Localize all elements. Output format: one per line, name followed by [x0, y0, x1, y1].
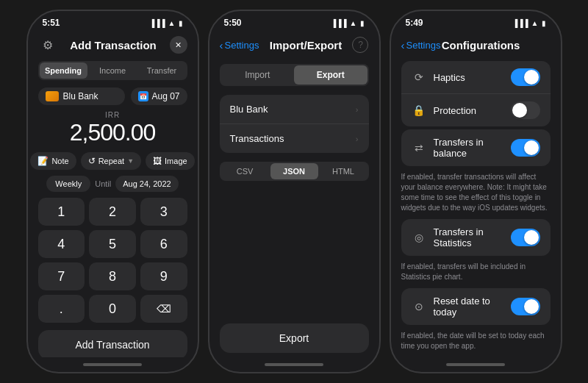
transfers-stats-item: ◎ Transfers in Statistics	[401, 219, 551, 256]
add-transaction-content: Spending Income Transfer Blu Bank 📅 Aug …	[28, 58, 198, 357]
export-tab[interactable]: Export	[294, 65, 368, 85]
key-1[interactable]: 1	[38, 198, 85, 226]
spacer	[209, 187, 379, 319]
home-bar-3	[446, 363, 505, 366]
haptics-item: ⟳ Haptics	[401, 61, 551, 94]
image-icon: 🖼	[153, 156, 162, 166]
transfers-stats-toggle-thumb	[524, 230, 539, 245]
key-6[interactable]: 6	[140, 230, 187, 258]
wifi-icon-3: ▲	[531, 19, 539, 27]
status-icons-1: ▐▐▐ ▲ ▮	[149, 19, 182, 27]
import-tab[interactable]: Import	[221, 65, 295, 85]
nav-title-1: Add Transaction	[70, 39, 157, 51]
key-2[interactable]: 2	[89, 198, 136, 226]
calendar-icon: 📅	[138, 91, 148, 101]
key-5[interactable]: 5	[89, 230, 136, 258]
weekly-pill[interactable]: Weekly	[46, 176, 90, 192]
date-selector[interactable]: 📅 Aug 07	[131, 87, 187, 105]
nav-bar-2: ‹ Settings Import/Export ?	[209, 32, 379, 58]
home-bar	[83, 363, 142, 366]
status-time-3: 5:49	[406, 18, 423, 28]
status-time-2: 5:50	[224, 18, 242, 28]
haptics-toggle[interactable]	[511, 68, 540, 86]
protection-toggle-thumb	[512, 103, 527, 118]
reset-date-toggle-thumb	[524, 299, 539, 314]
transactions-label: Transactions	[230, 133, 284, 144]
transactions-item[interactable]: Transactions ›	[220, 124, 369, 153]
battery-icon: ▮	[179, 19, 183, 27]
config-section-3: ◎ Transfers in Statistics	[401, 219, 551, 256]
haptics-icon: ⟳	[412, 71, 426, 83]
currency-label: IRR	[28, 111, 198, 119]
configurations-content: ⟳ Haptics 🔒 Protection ⇄ Transfers in ba…	[391, 58, 561, 357]
lock-icon: 🔒	[412, 104, 426, 116]
transfer-balance-icon: ⇄	[412, 142, 426, 154]
transfers-balance-toggle-thumb	[524, 140, 539, 155]
status-icons-2: ▐▐▐ ▲ ▮	[331, 19, 364, 27]
blu-bank-item[interactable]: Blu Bank ›	[220, 95, 369, 124]
key-8[interactable]: 8	[89, 262, 136, 290]
tab-spending[interactable]: Spending	[40, 62, 87, 79]
transfers-balance-item: ⇄ Transfers in balance	[401, 129, 551, 166]
key-9[interactable]: 9	[140, 262, 187, 290]
protection-toggle[interactable]	[511, 101, 540, 119]
numpad: 1 2 3 4 5 6 7 8 9 . 0 ⌫	[28, 195, 198, 326]
signal-icon: ▐▐▐	[149, 19, 165, 27]
back-to-settings-button[interactable]: ‹ Settings	[220, 39, 259, 51]
status-bar-1: 5:51 ▐▐▐ ▲ ▮	[28, 11, 198, 32]
reset-date-toggle[interactable]	[511, 298, 540, 315]
json-tab[interactable]: JSON	[270, 163, 318, 179]
note-button[interactable]: 📝 Note	[30, 152, 76, 170]
repeat-button[interactable]: ↺ Repeat ▼	[81, 152, 141, 170]
transfers-stats-toggle[interactable]	[511, 229, 540, 246]
repeat-schedule-row: Weekly Until Aug 24, 2022	[28, 173, 198, 195]
key-backspace[interactable]: ⌫	[140, 295, 187, 323]
config-section-2: ⇄ Transfers in balance	[401, 129, 551, 166]
back-to-settings-button-3[interactable]: ‹ Settings	[401, 39, 441, 51]
note-icon: 📝	[37, 156, 49, 166]
status-icons-3: ▐▐▐ ▲ ▮	[512, 19, 545, 27]
nav-title-3: Configurations	[442, 39, 520, 51]
home-indicator-3	[391, 357, 561, 372]
key-4[interactable]: 4	[38, 230, 85, 258]
help-button[interactable]: ?	[352, 37, 368, 53]
key-0[interactable]: 0	[89, 295, 136, 323]
back-chevron-icon: ‹	[220, 39, 223, 51]
nav-bar-3: ‹ Settings Configurations	[391, 32, 561, 58]
add-transaction-button[interactable]: Add Transaction	[38, 330, 187, 357]
haptics-toggle-thumb	[524, 70, 539, 85]
close-button[interactable]: ✕	[170, 36, 187, 54]
home-indicator-2	[209, 357, 379, 372]
key-7[interactable]: 7	[38, 262, 85, 290]
transfers-balance-toggle[interactable]	[511, 139, 540, 157]
html-tab[interactable]: HTML	[320, 163, 368, 179]
repeat-icon: ↺	[88, 156, 96, 166]
account-row: Blu Bank 📅 Aug 07	[28, 83, 198, 110]
phone-add-transaction: 5:51 ▐▐▐ ▲ ▮ ⚙ Add Transaction ✕ Spendin…	[26, 10, 199, 373]
config-section-1: ⟳ Haptics 🔒 Protection	[401, 61, 551, 126]
date-value: Aug 07	[151, 91, 179, 101]
battery-icon-2: ▮	[360, 19, 365, 27]
transfers-stats-desc: If enabled, transfers will be included i…	[391, 259, 561, 285]
key-dot[interactable]: .	[38, 295, 85, 323]
haptics-label: Haptics	[434, 72, 503, 83]
account-selector[interactable]: Blu Bank	[38, 87, 126, 105]
protection-label: Protection	[434, 105, 503, 116]
key-3[interactable]: 3	[140, 198, 187, 226]
signal-icon-2: ▐▐▐	[331, 19, 346, 27]
signal-icon-3: ▐▐▐	[512, 19, 528, 27]
account-name: Blu Bank	[63, 91, 98, 101]
export-button[interactable]: Export	[220, 323, 369, 353]
status-time-1: 5:51	[43, 18, 60, 28]
action-row: 📝 Note ↺ Repeat ▼ 🖼 Image	[28, 149, 198, 173]
status-bar-2: 5:50 ▐▐▐ ▲ ▮	[209, 11, 379, 32]
nav-title-2: Import/Export	[270, 39, 342, 51]
image-button[interactable]: 🖼 Image	[146, 152, 195, 170]
phone-import-export: 5:50 ▐▐▐ ▲ ▮ ‹ Settings Import/Export ? …	[208, 10, 381, 373]
phone-configurations: 5:49 ▐▐▐ ▲ ▮ ‹ Settings Configurations ⟳…	[390, 10, 562, 373]
gear-icon[interactable]: ⚙	[38, 35, 57, 54]
until-date[interactable]: Aug 24, 2022	[115, 176, 178, 192]
tab-income[interactable]: Income	[89, 62, 137, 79]
tab-transfer[interactable]: Transfer	[138, 62, 186, 79]
csv-tab[interactable]: CSV	[221, 163, 269, 179]
